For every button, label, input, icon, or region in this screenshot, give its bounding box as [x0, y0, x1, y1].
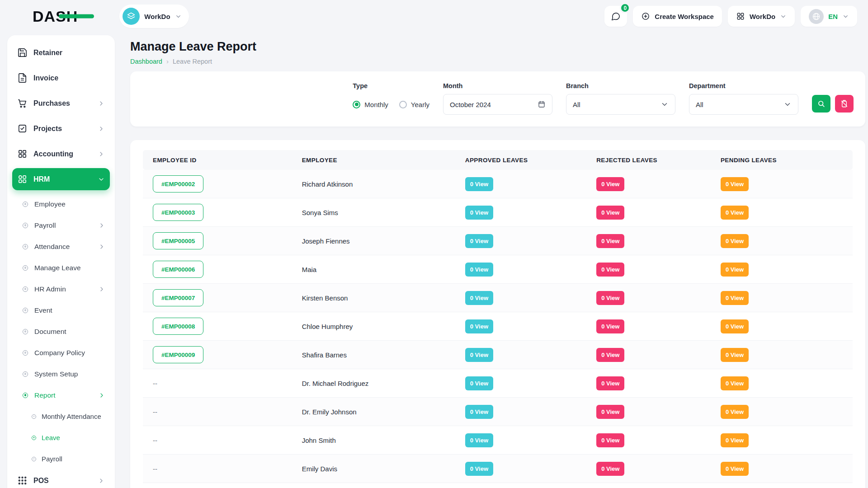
- pending-leaves-button[interactable]: 0 View: [721, 291, 749, 305]
- sidebar-item-accounting[interactable]: Accounting: [12, 143, 110, 165]
- pending-leaves-button[interactable]: 0 View: [721, 462, 749, 476]
- employee-id-button[interactable]: #EMP00009: [153, 346, 203, 363]
- sidebar-item-system-setup[interactable]: System Setup: [12, 363, 110, 385]
- sidebar-item-monthly-attendance[interactable]: Monthly Attendance: [12, 406, 110, 427]
- rejected-leaves-button[interactable]: 0 View: [596, 348, 624, 362]
- rejected-leaves-button[interactable]: 0 View: [596, 291, 624, 305]
- pending-leaves-button[interactable]: 0 View: [721, 319, 749, 333]
- sidebar-item-company-policy[interactable]: Company Policy: [12, 342, 110, 363]
- invoice-icon: [17, 73, 28, 83]
- column-header-rejected-leaves: REJECTED LEAVES: [586, 157, 711, 164]
- sidebar-item-attendance[interactable]: Attendance: [12, 236, 110, 257]
- sidebar-item-projects[interactable]: Projects: [12, 117, 110, 140]
- search-button[interactable]: [812, 95, 830, 113]
- sidebar-item-invoice[interactable]: Invoice: [12, 67, 110, 89]
- workspace-selector[interactable]: WorkDo: [119, 5, 189, 28]
- chevron-right-icon: [98, 477, 105, 484]
- month-input[interactable]: October 2024: [443, 94, 552, 115]
- sidebar-item-label: Invoice: [33, 74, 58, 82]
- approved-leaves-button[interactable]: 0 View: [465, 462, 493, 476]
- create-workspace-button[interactable]: Create Workspace: [633, 6, 722, 27]
- employee-id-button[interactable]: #EMP00003: [153, 204, 203, 221]
- radio-yearly[interactable]: Yearly: [399, 101, 429, 108]
- reset-filter-button[interactable]: [835, 95, 854, 113]
- rejected-leaves-button[interactable]: 0 View: [596, 433, 624, 447]
- table-header-row: EMPLOYEE IDEMPLOYEEAPPROVED LEAVESREJECT…: [143, 150, 853, 170]
- employee-id-button[interactable]: #EMP00002: [153, 175, 203, 192]
- pending-leaves-button[interactable]: 0 View: [721, 177, 749, 191]
- radio-monthly[interactable]: Monthly: [353, 101, 388, 108]
- sidebar-item-purchases[interactable]: Purchases: [12, 92, 110, 114]
- sidebar-item-employee[interactable]: Employee: [12, 193, 110, 215]
- rejected-leaves-button[interactable]: 0 View: [596, 376, 624, 390]
- rejected-leaves-button[interactable]: 0 View: [596, 405, 624, 419]
- sidebar-item-manage-leave[interactable]: Manage Leave: [12, 257, 110, 278]
- save-icon: [17, 47, 28, 58]
- messages-button[interactable]: 0: [604, 6, 627, 27]
- approved-leaves-button[interactable]: 0 View: [465, 376, 493, 390]
- pending-leaves-button[interactable]: 0 View: [721, 206, 749, 220]
- breadcrumb-dashboard-link[interactable]: Dashboard: [130, 58, 162, 65]
- sidebar-item-leave[interactable]: Leave: [12, 427, 110, 448]
- pending-leaves-button[interactable]: 0 View: [721, 405, 749, 419]
- employee-id-button[interactable]: #EMP00008: [153, 318, 203, 335]
- breadcrumb-separator-icon: ›: [166, 57, 169, 65]
- branch-select[interactable]: All: [566, 94, 675, 115]
- employee-id-button[interactable]: #EMP00007: [153, 289, 203, 306]
- approved-leaves-button[interactable]: 0 View: [465, 291, 493, 305]
- rejected-leaves-button[interactable]: 0 View: [596, 234, 624, 248]
- page-title: Manage Leave Report: [130, 40, 865, 54]
- employee-id-empty: --: [153, 436, 157, 444]
- radio-yearly-label: Yearly: [411, 101, 429, 108]
- topbar: DASH WorkDo 0 Create Workspace WorkDo: [0, 0, 868, 33]
- sidebar-item-payroll[interactable]: Payroll: [12, 448, 110, 469]
- sidebar-item-pos[interactable]: POS: [12, 469, 110, 488]
- table-row: --Dr. Emily Johnson0 View0 View0 View: [143, 398, 853, 426]
- approved-leaves-button[interactable]: 0 View: [465, 433, 493, 447]
- branch-label: Branch: [566, 82, 675, 89]
- branch-filter: Branch All: [566, 82, 675, 115]
- sidebar-item-hrm[interactable]: HRM: [12, 168, 110, 190]
- sidebar-item-label: Document: [34, 328, 66, 336]
- approved-leaves-button[interactable]: 0 View: [465, 263, 493, 277]
- approved-leaves-button[interactable]: 0 View: [465, 405, 493, 419]
- sidebar-item-label: Purchases: [33, 99, 70, 108]
- approved-leaves-button[interactable]: 0 View: [465, 234, 493, 248]
- approved-leaves-button[interactable]: 0 View: [465, 206, 493, 220]
- pending-leaves-button[interactable]: 0 View: [721, 376, 749, 390]
- employee-name: Kirsten Benson: [292, 294, 455, 302]
- leave-report-table: EMPLOYEE IDEMPLOYEEAPPROVED LEAVESREJECT…: [130, 140, 865, 488]
- employee-id-button[interactable]: #EMP00005: [153, 232, 203, 249]
- pending-leaves-button[interactable]: 0 View: [721, 263, 749, 277]
- sidebar-item-payroll[interactable]: Payroll: [12, 215, 110, 236]
- department-select[interactable]: All: [689, 94, 798, 115]
- workspace-menu-button[interactable]: WorkDo: [728, 6, 795, 27]
- sidebar-item-retainer[interactable]: Retainer: [12, 42, 110, 64]
- employee-id-button[interactable]: #EMP00006: [153, 261, 203, 278]
- sidebar-item-event[interactable]: Event: [12, 300, 110, 321]
- pending-leaves-button[interactable]: 0 View: [721, 433, 749, 447]
- sidebar-menu: RetainerInvoicePurchasesProjectsAccounti…: [12, 42, 110, 488]
- sidebar-item-report[interactable]: Report: [12, 385, 110, 406]
- rejected-leaves-button[interactable]: 0 View: [596, 206, 624, 220]
- table-row: #EMP00005Joseph Fiennes0 View0 View0 Vie…: [143, 227, 853, 255]
- rejected-leaves-button[interactable]: 0 View: [596, 177, 624, 191]
- language-selector[interactable]: EN: [801, 6, 857, 27]
- sidebar-item-document[interactable]: Document: [12, 321, 110, 342]
- employee-name: John Smith: [292, 436, 455, 444]
- approved-leaves-button[interactable]: 0 View: [465, 319, 493, 333]
- approved-leaves-button[interactable]: 0 View: [465, 177, 493, 191]
- chevron-right-icon: [98, 125, 105, 132]
- table-row: #EMP00008Chloe Humphrey0 View0 View0 Vie…: [143, 312, 853, 341]
- employee-id-empty: --: [153, 465, 157, 473]
- apps-icon: [17, 475, 28, 486]
- sidebar-item-hr-admin[interactable]: HR Admin: [12, 278, 110, 300]
- pending-leaves-button[interactable]: 0 View: [721, 234, 749, 248]
- rejected-leaves-button[interactable]: 0 View: [596, 319, 624, 333]
- rejected-leaves-button[interactable]: 0 View: [596, 263, 624, 277]
- brand-logo[interactable]: DASH: [33, 8, 78, 25]
- rejected-leaves-button[interactable]: 0 View: [596, 462, 624, 476]
- pending-leaves-button[interactable]: 0 View: [721, 348, 749, 362]
- approved-leaves-button[interactable]: 0 View: [465, 348, 493, 362]
- bullet-icon: [23, 223, 28, 228]
